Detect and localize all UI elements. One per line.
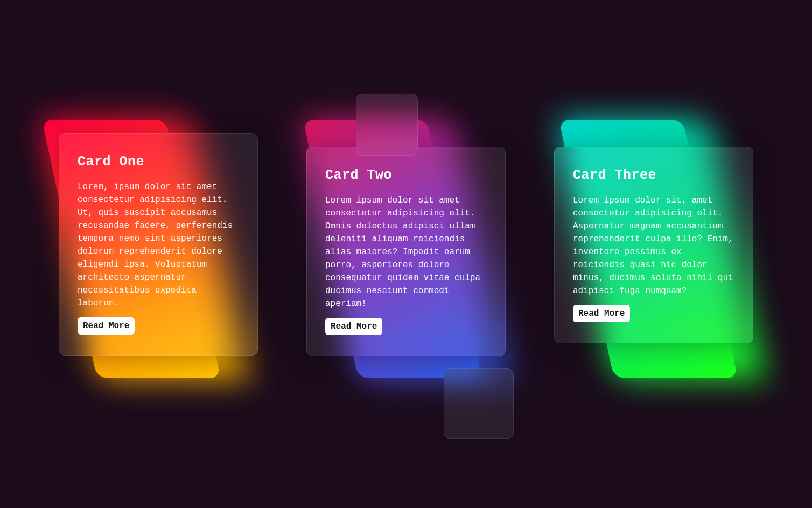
card-one-title: Card One	[78, 154, 239, 170]
card-three-wrapper: Card Three Lorem ipsum dolor sit, amet c…	[554, 125, 753, 384]
card-two-title: Card Two	[325, 168, 487, 183]
card-two: Card Two Lorem ipsum dolor sit amet cons…	[306, 147, 506, 356]
card-one-wrapper: Card One Lorem, ipsum dolor sit amet con…	[59, 125, 258, 384]
card-two-body: Lorem ipsum dolor sit amet consectetur a…	[325, 194, 487, 310]
card-two-read-more-link[interactable]: Read More	[325, 318, 382, 335]
card-one-body: Lorem, ipsum dolor sit amet consectetur …	[78, 180, 239, 310]
card-two-wrapper: Card Two Lorem ipsum dolor sit amet cons…	[306, 125, 506, 384]
card-three: Card Three Lorem ipsum dolor sit, amet c…	[554, 147, 753, 343]
card-three-body: Lorem ipsum dolor sit, amet consectetur …	[573, 194, 734, 297]
card-three-title: Card Three	[573, 168, 734, 183]
decorative-box-bottom	[444, 368, 514, 439]
card-one-read-more-link[interactable]: Read More	[78, 317, 135, 335]
card-one: Card One Lorem, ipsum dolor sit amet con…	[59, 133, 258, 356]
decorative-box-top	[356, 94, 418, 156]
card-three-read-more-link[interactable]: Read More	[573, 305, 630, 322]
